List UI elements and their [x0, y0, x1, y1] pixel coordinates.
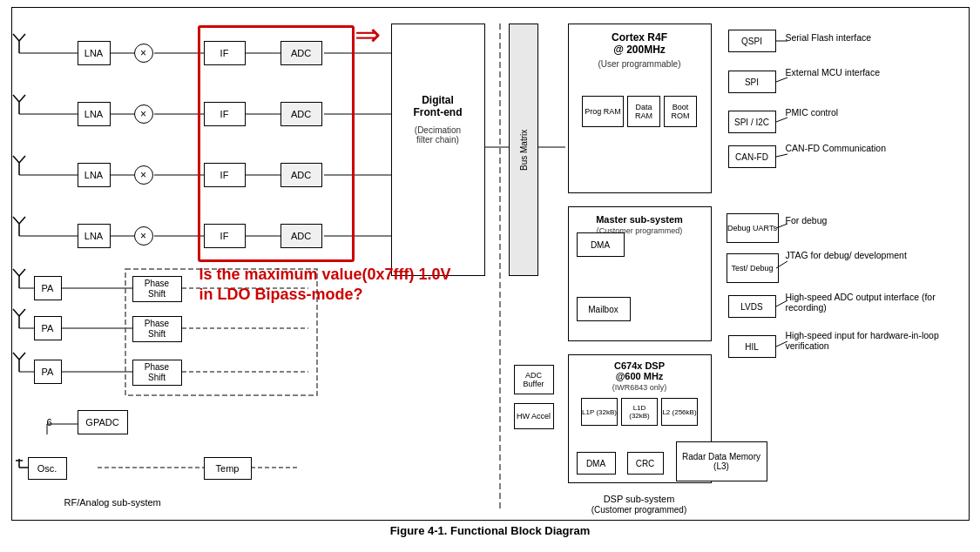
- question-text: Is the maximum value(0x7fff) 1.0V in LDO…: [199, 265, 531, 306]
- if-box-3: IF: [204, 163, 246, 187]
- spi-i2c-box: SPI / I2C: [728, 111, 776, 133]
- if-box-2: IF: [204, 102, 246, 126]
- svg-line-46: [19, 353, 25, 360]
- l1p-box: L1P (32kB): [581, 398, 618, 426]
- svg-line-47: [13, 353, 19, 360]
- dfe-title: DigitalFront-end: [392, 24, 484, 118]
- svg-line-34: [19, 217, 25, 224]
- dsp-title: C674x DSP@600 MHz: [569, 355, 711, 383]
- for-debug-label: For debug: [786, 215, 828, 226]
- can-fd-comm-label: CAN-FD Communication: [786, 143, 887, 153]
- lvds-box: LVDS: [728, 295, 776, 318]
- boot-rom-box: Boot ROM: [664, 96, 697, 127]
- pa-box-1: PA: [34, 276, 62, 300]
- temp-box: Temp: [204, 457, 252, 480]
- dma-box: DMA: [577, 232, 625, 257]
- crc-box: CRC: [627, 452, 664, 475]
- qspi-box: QSPI: [728, 30, 776, 52]
- figure-caption: Figure 4-1. Functional Block Diagram: [390, 524, 591, 537]
- ps-box-2: PhaseShift: [132, 316, 182, 342]
- mailbox-box: Mailbox: [577, 297, 631, 321]
- mixer-1: ×: [134, 44, 153, 63]
- gpadc-box: GPADC: [78, 410, 128, 434]
- svg-line-23: [13, 34, 19, 41]
- cortex-note: (User programmable): [569, 57, 711, 71]
- l2-box: L2 (256kB): [661, 398, 698, 426]
- radar-mem-box: Radar Data Memory (L3): [676, 441, 767, 481]
- dfe-note: (Decimationfilter chain): [392, 125, 484, 145]
- test-debug-box: Test/ Debug: [727, 253, 779, 283]
- svg-line-65: [776, 77, 787, 82]
- svg-line-43: [13, 309, 19, 316]
- pmic-label: PMIC control: [786, 107, 839, 118]
- osc-box: Osc.: [28, 457, 67, 480]
- rf-label: RF/Analog sub-system: [64, 497, 161, 508]
- dfe-box: DigitalFront-end (Decimationfilter chain…: [391, 24, 485, 276]
- bus-matrix: Bus Matrix: [509, 24, 538, 276]
- svg-line-26: [19, 95, 25, 102]
- adc-buffer-box: ADC Buffer: [514, 365, 554, 394]
- lna-box-3: LNA: [78, 163, 111, 187]
- red-arrow: ⇒: [355, 17, 381, 53]
- dsp-inner-boxes: L1P (32kB) L1D (32kB) L2 (256kB): [569, 397, 711, 427]
- lna-box-4: LNA: [78, 224, 111, 248]
- jtag-label: JTAG for debug/ development: [786, 250, 907, 260]
- ps-box-1: PhaseShift: [132, 276, 182, 302]
- svg-line-27: [13, 95, 19, 102]
- cortex-title: Cortex R4F@ 200MHz: [569, 24, 711, 57]
- debug-uarts-box: Debug UARTs: [727, 213, 779, 243]
- spi-box: SPI: [728, 71, 776, 93]
- pa-box-3: PA: [34, 360, 62, 384]
- diagram-container: LNA LNA LNA LNA × × × × ⇒ IF IF IF IF AD…: [11, 7, 970, 521]
- lna-box-2: LNA: [78, 102, 111, 126]
- cortex-inner-boxes: Prog RAM Data RAM Boot ROM: [569, 95, 711, 128]
- dsp-sub-label: DSP sub-system (Customer programmed): [552, 494, 727, 515]
- adc-box-1: ADC: [280, 41, 322, 65]
- six-label: 6: [47, 417, 52, 427]
- ps-box-3: PhaseShift: [132, 360, 182, 386]
- svg-line-30: [19, 156, 25, 163]
- svg-line-35: [13, 217, 19, 224]
- master-title: Master sub-system: [569, 207, 711, 226]
- high-speed-adc-label: High-speed ADC output interface (for rec…: [786, 292, 969, 313]
- prog-ram-box: Prog RAM: [582, 96, 624, 127]
- svg-line-67: [776, 154, 787, 157]
- l1d-box: L1D (32kB): [621, 398, 658, 426]
- svg-line-31: [13, 156, 19, 163]
- dsp-note: (IWR6843 only): [569, 383, 711, 392]
- svg-line-22: [19, 34, 25, 41]
- mixer-3: ×: [134, 165, 153, 185]
- can-fd-box: CAN-FD: [728, 145, 776, 168]
- lna-box-1: LNA: [78, 41, 111, 65]
- high-speed-input-label: High-speed input for hardware-in-loop ve…: [786, 330, 969, 351]
- if-box-4: IF: [204, 224, 246, 248]
- page: LNA LNA LNA LNA × × × × ⇒ IF IF IF IF AD…: [0, 0, 980, 552]
- svg-line-42: [19, 309, 25, 316]
- hw-accel-box: HW Accel: [514, 403, 554, 429]
- adc-box-4: ADC: [280, 224, 322, 248]
- mixer-2: ×: [134, 104, 153, 124]
- svg-line-38: [19, 269, 25, 276]
- mixer-4: ×: [134, 226, 153, 246]
- ext-mcu-label: External MCU interface: [786, 67, 881, 77]
- pa-box-2: PA: [34, 316, 62, 340]
- svg-line-39: [13, 269, 19, 276]
- dsp-dma-box: DMA: [577, 452, 616, 475]
- data-ram-box: Data RAM: [627, 96, 660, 127]
- svg-line-66: [776, 118, 787, 122]
- hil-box: HIL: [728, 335, 776, 358]
- if-box-1: IF: [204, 41, 246, 65]
- cortex-box: Cortex R4F@ 200MHz (User programmable) P…: [568, 24, 712, 193]
- connector-lines: [12, 8, 969, 520]
- adc-box-3: ADC: [280, 163, 322, 187]
- serial-flash-label: Serial Flash interface: [786, 32, 872, 43]
- adc-box-2: ADC: [280, 102, 322, 126]
